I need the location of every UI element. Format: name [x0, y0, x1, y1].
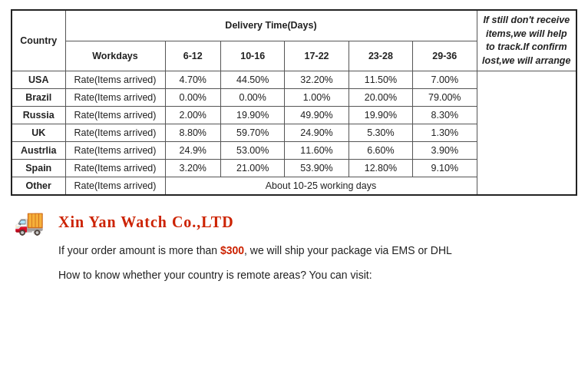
remote-text: How to know whether your country is remo…	[11, 266, 577, 283]
merged-cell: About 10-25 working days	[165, 177, 477, 196]
country-cell: UK	[12, 124, 65, 142]
table-row: OtherRate(Items arrived)About 10-25 work…	[12, 177, 576, 196]
country-cell: USA	[12, 71, 65, 89]
country-header: Country	[12, 10, 65, 71]
table-row: AustrliaRate(Items arrived)24.9%53.00%11…	[12, 142, 576, 160]
country-cell: Spain	[12, 160, 65, 177]
note-cell: If still don't receive items,we will hel…	[477, 10, 576, 71]
ems-after: , we will ship your package via EMS or D…	[244, 244, 452, 256]
col23-28-header: 23-28	[349, 41, 412, 71]
info-section: 🚚 Xin Yan Watch Co.,LTD If your order am…	[0, 202, 588, 290]
delivery-time-header: Delivery Time(Days)	[65, 10, 477, 41]
col23_28-cell: 11.50%	[349, 71, 412, 89]
label-cell: Rate(Items arrived)	[65, 177, 165, 196]
label-cell: Rate(Items arrived)	[65, 89, 165, 107]
table-row: SpainRate(Items arrived)3.20%21.00%53.90…	[12, 160, 576, 177]
ems-before: If your order amount is more than	[58, 244, 220, 256]
country-cell: Russia	[12, 107, 65, 124]
col29_36-cell: 1.30%	[413, 124, 477, 142]
col10_16-cell: 59.70%	[221, 124, 285, 142]
col10_16-cell: 19.90%	[221, 107, 285, 124]
delivery-table: Country Delivery Time(Days) If still don…	[11, 9, 577, 196]
col17_22-cell: 49.90%	[285, 107, 349, 124]
label-cell: Rate(Items arrived)	[65, 71, 165, 89]
col10_16-cell: 0.00%	[221, 89, 285, 107]
col10_16-cell: 44.50%	[221, 71, 285, 89]
col17_22-cell: 1.00%	[285, 89, 349, 107]
truck-icon: 🚚	[11, 210, 48, 234]
ems-amount: $300	[220, 244, 244, 256]
company-name: Xin Yan Watch Co.,LTD	[58, 213, 234, 231]
col6_12-cell: 24.9%	[165, 142, 221, 160]
ems-text: If your order amount is more than $300, …	[11, 242, 577, 259]
col29_36-cell: 9.10%	[413, 160, 477, 177]
country-cell: Austrlia	[12, 142, 65, 160]
table-row: RussiaRate(Items arrived)2.00%19.90%49.9…	[12, 107, 576, 124]
col17_22-cell: 53.90%	[285, 160, 349, 177]
col29_36-cell: 3.90%	[413, 142, 477, 160]
col6_12-cell: 8.80%	[165, 124, 221, 142]
table-row: BrazilRate(Items arrived)0.00%0.00%1.00%…	[12, 89, 576, 107]
col6-12-header: 6-12	[165, 41, 221, 71]
col10_16-cell: 53.00%	[221, 142, 285, 160]
col29_36-cell: 79.00%	[413, 89, 477, 107]
label-cell: Rate(Items arrived)	[65, 124, 165, 142]
col17_22-cell: 11.60%	[285, 142, 349, 160]
table-row: USARate(Items arrived)4.70%44.50%32.20%1…	[12, 71, 576, 89]
col6_12-cell: 3.20%	[165, 160, 221, 177]
col6_12-cell: 0.00%	[165, 89, 221, 107]
company-row: 🚚 Xin Yan Watch Co.,LTD	[11, 210, 577, 234]
col23_28-cell: 12.80%	[349, 160, 412, 177]
table-section: Country Delivery Time(Days) If still don…	[0, 0, 588, 202]
table-row: UKRate(Items arrived)8.80%59.70%24.90%5.…	[12, 124, 576, 142]
col23_28-cell: 6.60%	[349, 142, 412, 160]
col23_28-cell: 20.00%	[349, 89, 412, 107]
label-cell: Rate(Items arrived)	[65, 160, 165, 177]
col23_28-cell: 5.30%	[349, 124, 412, 142]
country-cell: Brazil	[12, 89, 65, 107]
col17_22-cell: 24.90%	[285, 124, 349, 142]
col10-16-header: 10-16	[221, 41, 285, 71]
workdays-header: Workdays	[65, 41, 165, 71]
label-cell: Rate(Items arrived)	[65, 107, 165, 124]
col29-36-header: 29-36	[413, 41, 477, 71]
col29_36-cell: 7.00%	[413, 71, 477, 89]
label-cell: Rate(Items arrived)	[65, 142, 165, 160]
col29_36-cell: 8.30%	[413, 107, 477, 124]
col6_12-cell: 4.70%	[165, 71, 221, 89]
col6_12-cell: 2.00%	[165, 107, 221, 124]
country-cell: Other	[12, 177, 65, 196]
col17_22-cell: 32.20%	[285, 71, 349, 89]
col10_16-cell: 21.00%	[221, 160, 285, 177]
col23_28-cell: 19.90%	[349, 107, 412, 124]
col17-22-header: 17-22	[285, 41, 349, 71]
